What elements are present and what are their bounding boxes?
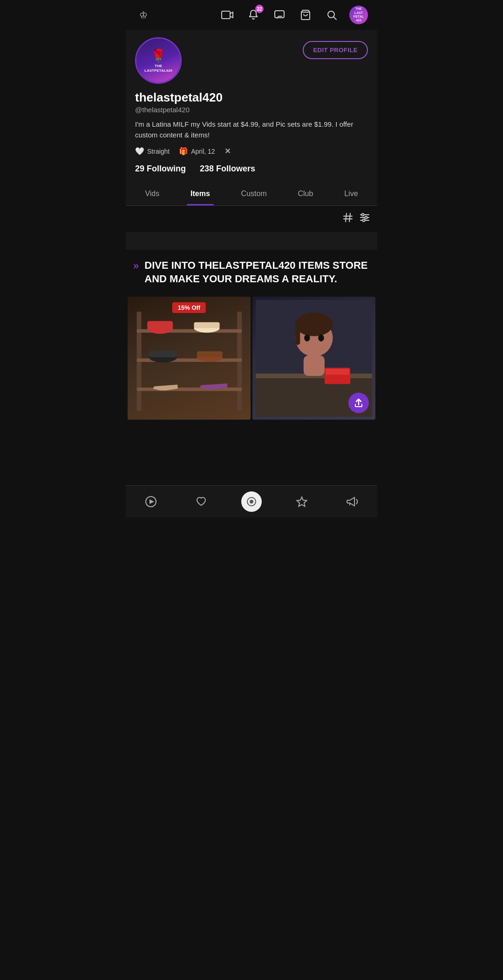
svg-line-30 [224, 385, 227, 387]
tabs: Vids Items Custom Club Live [126, 182, 377, 205]
tabs-container: Vids Items Custom Club Live [126, 182, 377, 206]
discount-badge: 15% Off [172, 302, 206, 313]
notification-badge: 22 [255, 5, 264, 13]
following-label: Following [147, 164, 186, 173]
play-nav-button[interactable] [141, 491, 161, 512]
svg-point-13 [362, 214, 364, 216]
svg-point-45 [250, 500, 253, 504]
star-nav-button[interactable] [292, 491, 312, 512]
profile-username: thelastpetal420 [135, 90, 368, 105]
product-image-shoes [128, 297, 251, 420]
banner-scroll: Welcome to my Items! Welcome to my Items… [126, 232, 377, 250]
top-navigation: ♔ 22 [126, 0, 377, 30]
bottom-navigation [126, 485, 377, 517]
svg-point-15 [363, 219, 365, 222]
twitter-item[interactable]: ✕ [224, 147, 231, 156]
orientation-item: 🤍 Straight [135, 147, 170, 156]
gift-icon: 🎁 [179, 147, 188, 156]
banner-text: Welcome to my Items! Welcome to my Items… [126, 237, 377, 245]
birthday-item: 🎁 April, 12 [179, 147, 215, 156]
filter-row [126, 206, 377, 232]
profile-section: 🌹 THE LASTPETAL420 EDIT PROFILE thelastp… [126, 30, 377, 182]
megaphone-nav-button[interactable] [342, 491, 362, 512]
profile-meta: 🤍 Straight 🎁 April, 12 ✕ [135, 147, 368, 156]
heart-nav-button[interactable] [191, 491, 211, 512]
svg-rect-0 [222, 11, 230, 19]
following-count: 29 [135, 164, 144, 173]
chat-icon[interactable] [271, 7, 288, 23]
edit-profile-button[interactable]: EDIT PROFILE [303, 41, 368, 59]
svg-rect-20 [136, 388, 242, 391]
shoe-rack-illustration [131, 300, 248, 417]
chevron-double-icon: » [133, 260, 139, 272]
svg-rect-36 [295, 324, 300, 345]
svg-rect-39 [326, 369, 349, 375]
tab-custom[interactable]: Custom [238, 182, 271, 205]
hashtag-filter-icon[interactable] [343, 212, 353, 225]
following-stat[interactable]: 29 Following [135, 164, 186, 174]
svg-line-29 [175, 386, 177, 388]
cart-icon[interactable] [297, 7, 314, 23]
profile-stats: 29 Following 238 Followers [135, 164, 368, 182]
video-icon[interactable] [219, 7, 236, 23]
crown-icon[interactable]: ♔ [135, 7, 152, 23]
svg-marker-1 [230, 12, 233, 18]
svg-marker-43 [150, 499, 154, 504]
profile-avatar[interactable]: 🌹 THE LASTPETAL420 [135, 37, 182, 84]
content-area: Welcome to my Items! Welcome to my Items… [126, 206, 377, 485]
product-card-shoes[interactable]: 15% Off [128, 297, 251, 420]
svg-point-35 [295, 313, 333, 336]
svg-point-41 [318, 334, 324, 341]
profile-handle: @thelastpetal420 [135, 106, 368, 114]
tab-club[interactable]: Club [294, 182, 317, 205]
tab-vids[interactable]: Vids [141, 182, 163, 205]
svg-line-5 [334, 17, 337, 20]
svg-marker-46 [297, 497, 307, 506]
store-heading: » DIVE INTO THELASTPETAL420 ITEMS STORE … [126, 250, 377, 297]
search-icon[interactable] [323, 7, 340, 23]
followers-count: 238 [200, 164, 214, 173]
tab-items[interactable]: Items [187, 182, 214, 205]
profile-bio: I'm a Latina MILF my Vids start at $4.99… [135, 119, 368, 140]
svg-rect-22 [147, 321, 173, 328]
sliders-filter-icon[interactable] [360, 212, 370, 225]
product-card-person[interactable] [252, 297, 375, 420]
bell-icon[interactable]: 22 [245, 7, 262, 23]
twitter-icon: ✕ [224, 147, 231, 156]
birthday-value: April, 12 [191, 148, 215, 155]
svg-point-40 [304, 334, 310, 341]
user-avatar-nav[interactable]: THELASTPETAL420 [349, 6, 368, 24]
svg-rect-28 [197, 351, 222, 357]
svg-rect-37 [303, 355, 324, 376]
orientation-value: Straight [147, 148, 170, 155]
svg-line-6 [346, 213, 347, 222]
avatar-text: THE LASTPETAL420 [144, 64, 172, 73]
store-title: DIVE INTO THELASTPETAL420 ITEMS STORE AN… [144, 259, 370, 286]
followers-stat[interactable]: 238 Followers [200, 164, 255, 174]
home-nav-button[interactable] [241, 491, 262, 512]
products-grid: 15% Off [126, 297, 377, 420]
svg-point-14 [365, 217, 367, 219]
svg-rect-26 [149, 351, 177, 357]
share-button[interactable] [348, 393, 369, 413]
tab-live[interactable]: Live [340, 182, 361, 205]
heart-icon: 🤍 [135, 147, 144, 156]
svg-rect-24 [194, 322, 219, 328]
svg-line-7 [349, 213, 350, 222]
followers-label: Followers [216, 164, 255, 173]
